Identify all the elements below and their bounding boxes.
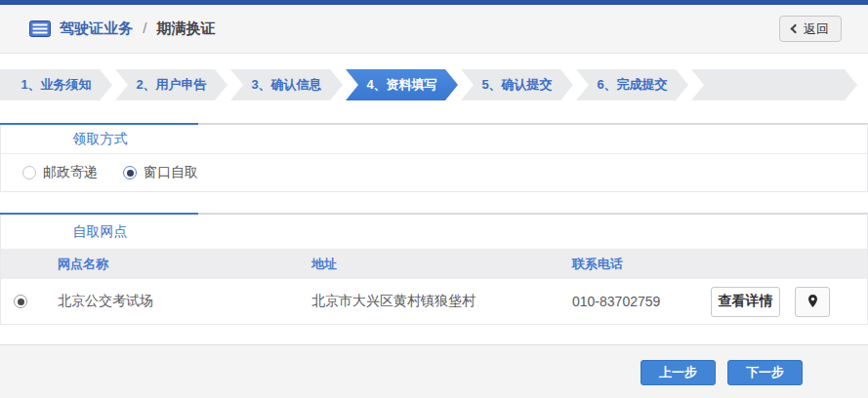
pickup-method-section: 领取方式 邮政寄递 窗口自取 xyxy=(0,123,868,192)
previous-step-button[interactable]: 上一步 xyxy=(641,360,716,385)
pickup-method-options: 邮政寄递 窗口自取 xyxy=(1,154,867,191)
back-button[interactable]: 返回 xyxy=(779,16,842,42)
pickup-method-header: 领取方式 xyxy=(1,125,867,154)
locations-table-header: 网点名称 地址 联系电话 xyxy=(1,250,867,279)
radio-label-postal: 邮政寄递 xyxy=(43,164,98,181)
page-title: 驾驶证业务 / 期满换证 xyxy=(60,20,216,38)
location-table-row[interactable]: 北京公交考试场 北京市大兴区黄村镇狼垡村 010-83702759 查看详情 xyxy=(1,279,867,324)
radio-checked-icon[interactable] xyxy=(123,166,137,179)
step-5-confirm-submit[interactable]: 5、确认提交 xyxy=(461,69,573,100)
radio-unchecked-icon[interactable] xyxy=(22,166,36,179)
wizard-footer: 上一步 下一步 xyxy=(0,344,868,398)
page-header: 驾驶证业务 / 期满换证 返回 xyxy=(0,5,868,54)
radio-option-window-pickup[interactable]: 窗口自取 xyxy=(123,164,198,181)
map-location-button[interactable] xyxy=(795,287,830,317)
step-4-fill-data-active[interactable]: 4、资料填写 xyxy=(346,69,458,100)
breadcrumb-separator: / xyxy=(143,20,146,36)
row-radio-checked-icon[interactable] xyxy=(14,295,27,308)
step-bar-filler xyxy=(691,69,857,100)
column-header-phone: 联系电话 xyxy=(572,256,711,273)
map-pin-icon xyxy=(807,295,818,308)
step-3-confirm-info[interactable]: 3、确认信息 xyxy=(230,69,343,100)
next-step-button[interactable]: 下一步 xyxy=(727,360,803,385)
radio-option-postal-delivery[interactable]: 邮政寄递 xyxy=(22,164,98,181)
step-1-business-notice[interactable]: 1、业务须知 xyxy=(0,69,112,100)
step-2-user-declaration[interactable]: 2、用户申告 xyxy=(115,69,227,100)
chevron-left-icon xyxy=(791,24,801,34)
location-address: 北京市大兴区黄村镇狼垡村 xyxy=(311,293,572,310)
column-header-name: 网点名称 xyxy=(58,256,311,273)
radio-label-window: 窗口自取 xyxy=(144,164,198,181)
breadcrumb-business-type: 驾驶证业务 xyxy=(60,20,133,36)
column-header-address: 地址 xyxy=(311,256,572,273)
breadcrumb-service-name: 期满换证 xyxy=(157,20,216,36)
pickup-locations-section: 自取网点 网点名称 地址 联系电话 北京公交考试场 北京市大兴区黄村镇狼垡村 0… xyxy=(0,213,868,325)
location-phone: 010-83702759 xyxy=(572,294,711,309)
location-name: 北京公交考试场 xyxy=(58,293,311,310)
pickup-locations-title: 自取网点 xyxy=(1,215,199,249)
step-progress-bar: 1、业务须知 2、用户申告 3、确认信息 4、资料填写 5、确认提交 6、完成提… xyxy=(0,69,868,100)
license-form-icon xyxy=(29,20,51,37)
view-details-button[interactable]: 查看详情 xyxy=(711,287,780,317)
pickup-method-title: 领取方式 xyxy=(1,125,199,153)
back-button-label: 返回 xyxy=(804,20,829,38)
step-6-complete-submit[interactable]: 6、完成提交 xyxy=(576,69,688,100)
pickup-locations-header: 自取网点 xyxy=(1,215,867,250)
